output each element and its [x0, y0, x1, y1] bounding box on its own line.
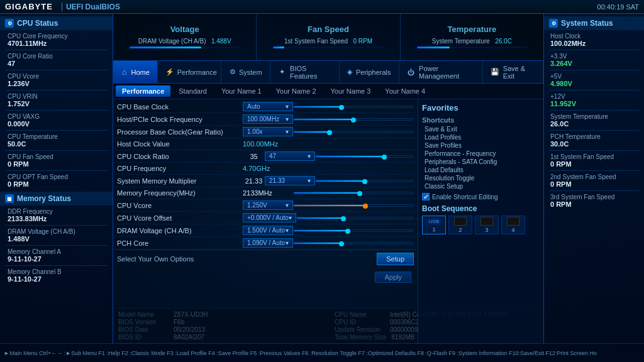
fav-resolution[interactable]: Resolution Toggle	[422, 174, 540, 182]
fav-save-profiles[interactable]: Save Profiles	[422, 141, 540, 150]
memory-icon: ▦	[5, 194, 14, 203]
subtab-yourname4[interactable]: Your Name 4	[379, 85, 431, 97]
fav-load-defaults[interactable]: Load Defaults	[422, 166, 540, 174]
host-pcie-dropdown[interactable]: 100.00MHz▾	[243, 114, 293, 124]
boot-item-2[interactable]: 2	[448, 216, 472, 234]
tab-system[interactable]: ⚙ System	[221, 61, 270, 83]
fav-classic-setup[interactable]: Classic Setup	[422, 182, 540, 190]
tab-performance[interactable]: ⚡ Performance	[158, 61, 221, 83]
table-row[interactable]: CPU Vcore 1.250V▾	[114, 199, 416, 212]
tab-peripherals[interactable]: ◈ Peripherals	[340, 61, 399, 83]
mem-channel-a-item: Memory Channel A 9-11-10-27	[0, 247, 113, 264]
table-row[interactable]: System Memory Multiplier 21.33 21.33▾	[114, 175, 416, 187]
table-row[interactable]: CPU Clock Ratio 35 47▾	[114, 150, 416, 163]
cpu-temp-item: CPU Temperature 50.0C	[0, 132, 113, 149]
table-row[interactable]: DRAM Voltage (CH A/B) 1.500V / Auto▾	[114, 224, 416, 237]
system-icon: ⚙	[549, 19, 558, 28]
bottom-bar: ►Main Menu Ctrl+←→ :►Sub Menu F1 :Help F…	[0, 343, 644, 362]
cpu-freq-item: CPU Core Frequency 4701.11MHz	[0, 31, 113, 48]
setup-row: Select Your Own Options Setup	[114, 250, 416, 268]
sys-fan1-item: 1st System Fan Speed 0 RPM	[544, 152, 644, 169]
subtab-yourname1[interactable]: Your Name 1	[215, 85, 268, 97]
pch-core-dropdown[interactable]: 1.090V / Auto▾	[243, 238, 293, 248]
favorites-title: Favorites	[422, 103, 540, 112]
shortcuts-title: Shortcuts	[422, 116, 540, 124]
fanspeed-section: Fan Speed 1st System Fan Speed 0 RPM	[257, 14, 400, 60]
ddr-freq-item: DDR Frequency 2133.83MHz	[0, 207, 113, 224]
main-content: ⌂ Home ⚡ Performance ⚙ System ✦ BIOS Fea…	[113, 61, 543, 343]
apply-button[interactable]: Apply	[375, 272, 411, 283]
temperature-title: Temperature	[447, 25, 496, 34]
system-status-title: ⚙ System Status	[544, 16, 644, 30]
cpu-ratio-dropdown[interactable]: 47▾	[265, 151, 315, 161]
table-row[interactable]: Host/PCIe Clock Frequency 100.00MHz▾	[114, 113, 416, 126]
cpu-vcore-item: CPU Vcore 1.236V	[0, 72, 113, 89]
bios-title: UEFI DualBIOS	[66, 3, 120, 11]
top-bar: GIGABYTE UEFI DualBIOS 00:40:19 SAT	[0, 0, 644, 14]
table-row[interactable]: Processor Base Clock(Gear Ratio) 1.00x▾	[114, 126, 416, 138]
home-icon: ⌂	[121, 67, 128, 77]
logo-divider	[62, 3, 62, 11]
table-row[interactable]: PCH Core 1.090V / Auto▾	[114, 237, 416, 250]
mem-mult-dropdown[interactable]: 21.33▾	[265, 176, 315, 185]
boot-seq-items: USB 1 2 3 4	[422, 216, 540, 234]
fav-save-exit[interactable]: Save & Exit	[422, 125, 540, 133]
content-area: CPU Base Clock Auto▾ Host/PCIe Clock Fre…	[113, 99, 543, 343]
fanspeed-title: Fan Speed	[308, 25, 349, 34]
temperature-section: Temperature System Temperature 26.0C	[401, 14, 543, 60]
sys-fan2-item: 2nd System Fan Speed 0 RPM	[544, 172, 644, 189]
tab-home[interactable]: ⌂ Home	[113, 61, 158, 83]
table-row[interactable]: CPU Vcore Offset +0.000V / Auto▾	[114, 212, 416, 224]
boot-item-4[interactable]: 4	[501, 216, 525, 234]
pch-temp-item: PCH Temperature 30.0C	[544, 132, 644, 149]
favorites-panel: Favorites Shortcuts Save & Exit Load Pro…	[418, 99, 543, 343]
table-row: Host Clock Value 100.00MHz	[114, 138, 416, 150]
cpu-vcore-dropdown[interactable]: 1.250V▾	[243, 200, 293, 210]
nav-tabs: ⌂ Home ⚡ Performance ⚙ System ✦ BIOS Fea…	[113, 61, 543, 84]
table-row[interactable]: CPU Base Clock Auto▾	[114, 101, 416, 113]
subtab-yourname3[interactable]: Your Name 3	[325, 85, 377, 97]
cpu-vrin-item: CPU VRIN 1.752V	[0, 92, 113, 109]
cpu-status-title: ⚙ CPU Status	[0, 16, 113, 30]
dram-voltage-dropdown[interactable]: 1.500V / Auto▾	[243, 226, 293, 235]
performance-icon: ⚡	[165, 67, 174, 77]
tab-bios[interactable]: ✦ BIOS Features	[270, 61, 340, 83]
fanspeed-row: 1st System Fan Speed 0 RPM	[284, 38, 372, 45]
setup-button[interactable]: Setup	[377, 253, 414, 265]
cpu-fan-item: CPU Fan Speed 0 RPM	[0, 152, 113, 169]
periph-icon: ◈	[347, 67, 353, 77]
fav-load-profiles[interactable]: Load Profiles	[422, 133, 540, 141]
right-sidebar: ⚙ System Status Host Clock 100.02MHz +3.…	[543, 14, 644, 343]
cpu-base-clock-dropdown[interactable]: Auto▾	[243, 102, 293, 111]
logo: GIGABYTE	[0, 2, 58, 11]
fav-periph-sata[interactable]: Peripherals - SATA Config	[422, 158, 540, 166]
subtab-performance[interactable]: Performance	[116, 85, 170, 97]
table-row: Memory Frequency(MHz) 2133MHz	[114, 187, 416, 199]
gear-ratio-dropdown[interactable]: 1.00x▾	[243, 127, 293, 136]
tab-save-exit[interactable]: 💾 Save & Exit	[483, 61, 543, 83]
bottom-bar-text: ►Main Menu Ctrl+←→ :►Sub Menu F1 :Help F…	[4, 350, 597, 356]
subtab-yourname2[interactable]: Your Name 2	[270, 85, 323, 97]
dram-voltage-item: DRAM Voltage (CH A/B) 1.488V	[0, 227, 113, 244]
mem-channel-b-item: Memory Channel B 9-11-10-27	[0, 267, 113, 284]
voltage-section: Voltage DRAM Voltage (CH A/B) 1.488V	[113, 14, 257, 60]
enable-shortcut-checkbox[interactable]: ✔ Enable Shortcut Editing	[422, 193, 540, 200]
clock-display: 00:40:19 SAT	[597, 3, 644, 11]
v33-item: +3.3V 3.264V	[544, 52, 644, 69]
v12-item: +12V 11.952V	[544, 92, 644, 109]
fav-perf-freq[interactable]: Performance - Frequency	[422, 150, 540, 158]
checkbox-icon: ✔	[422, 193, 430, 200]
boot-item-1[interactable]: USB 1	[422, 216, 446, 234]
left-sidebar: ⚙ CPU Status CPU Core Frequency 4701.11M…	[0, 14, 113, 343]
cpu-vcore-offset-dropdown[interactable]: +0.000V / Auto▾	[243, 213, 296, 222]
sys-fan3-item: 3rd System Fan Speed 0 RPM	[544, 192, 644, 209]
boot-seq-title: Boot Sequence	[422, 204, 540, 213]
tab-power[interactable]: ⏻ Power Management	[399, 61, 484, 83]
subtab-standard[interactable]: Standard	[172, 85, 213, 97]
memory-status-title: ▦ Memory Status	[0, 192, 113, 206]
info-bar-top: Voltage DRAM Voltage (CH A/B) 1.488V Fan…	[113, 14, 543, 61]
cpu-icon: ⚙	[5, 19, 14, 28]
voltage-row: DRAM Voltage (CH A/B) 1.488V	[138, 38, 231, 45]
boot-item-3[interactable]: 3	[475, 216, 499, 234]
voltage-title: Voltage	[170, 25, 199, 34]
